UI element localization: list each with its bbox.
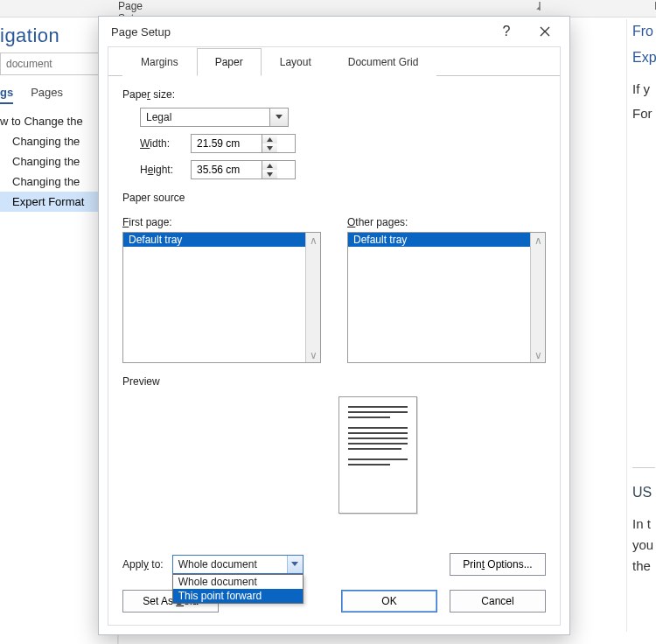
doc-line: the — [632, 556, 656, 577]
tab-document-grid[interactable]: Document Grid — [330, 48, 437, 76]
ok-button[interactable]: OK — [341, 590, 437, 612]
help-button[interactable]: ? — [487, 19, 526, 44]
preview-label: Preview — [122, 375, 546, 388]
scrollbar[interactable]: ∧ ∨ — [530, 233, 545, 362]
paper-size-value: Legal — [141, 111, 269, 123]
close-icon — [540, 26, 550, 37]
dialog-tabstrip: Margins Paper Layout Document Grid — [108, 47, 560, 76]
close-button[interactable] — [526, 19, 564, 44]
width-label: Width: — [140, 137, 184, 150]
preview-document-icon — [338, 396, 417, 514]
list-item[interactable]: Default tray — [348, 233, 530, 247]
spin-up-icon[interactable] — [262, 161, 277, 170]
dropdown-option[interactable]: Whole document — [173, 575, 303, 589]
doc-line: you — [632, 535, 656, 556]
doc-line: For — [632, 102, 656, 126]
separator — [632, 467, 655, 468]
dialog-launcher-icon[interactable] — [539, 2, 541, 10]
first-page-label: First page: — [122, 216, 321, 228]
doc-line: If y — [632, 77, 656, 102]
dialog-titlebar[interactable]: Page Setup ? — [99, 17, 569, 46]
nav-tab-pages[interactable]: Pages — [31, 86, 63, 104]
other-pages-label: Other pages: — [347, 216, 546, 228]
spin-down-icon[interactable] — [262, 144, 277, 152]
width-spinbox[interactable] — [191, 134, 296, 153]
paper-size-combobox[interactable]: Legal — [140, 108, 289, 127]
scroll-down-icon[interactable]: ∨ — [531, 347, 545, 362]
paper-source-label: Paper source — [122, 192, 546, 204]
spin-down-icon[interactable] — [262, 170, 277, 178]
scroll-up-icon[interactable]: ∧ — [531, 233, 545, 248]
cancel-button[interactable]: Cancel — [450, 590, 546, 612]
apply-to-combobox[interactable]: Whole document Whole documentThis point … — [172, 555, 304, 574]
height-spinbox[interactable] — [191, 160, 296, 179]
scroll-up-icon[interactable]: ∧ — [306, 233, 320, 248]
ribbon-strip: Page Setup Paragraph — [0, 0, 656, 18]
scrollbar[interactable]: ∧ ∨ — [305, 233, 320, 362]
nav-tab-headings[interactable]: gs — [0, 86, 13, 104]
other-pages-listbox[interactable]: Default tray ∧ ∨ — [347, 232, 546, 363]
doc-line: Exp — [632, 46, 656, 70]
apply-to-label: Apply to: — [122, 558, 164, 570]
apply-to-dropdown-list[interactable]: Whole documentThis point forward — [172, 574, 304, 604]
print-options-button[interactable]: Print Options... — [450, 553, 546, 576]
doc-line: Fro — [632, 19, 656, 44]
tab-margins[interactable]: Margins — [122, 48, 197, 76]
scroll-down-icon[interactable]: ∨ — [306, 347, 320, 362]
chevron-down-icon[interactable] — [287, 556, 303, 573]
document-text-fragment: Fro Exp If y For US In t you the — [626, 19, 656, 632]
first-page-listbox[interactable]: Default tray ∧ ∨ — [122, 232, 321, 363]
tab-layout[interactable]: Layout — [262, 48, 330, 76]
dialog-body: Margins Paper Layout Document Grid Paper… — [108, 46, 561, 626]
tab-paper[interactable]: Paper — [197, 48, 262, 76]
height-label: Height: — [140, 164, 184, 176]
chevron-down-icon[interactable] — [269, 108, 289, 127]
list-item[interactable]: Default tray — [123, 233, 305, 247]
doc-line: US — [632, 480, 656, 505]
search-placeholder: document — [6, 58, 52, 70]
height-input[interactable] — [192, 161, 262, 178]
spin-up-icon[interactable] — [262, 135, 277, 144]
paper-size-label: Paper size: — [122, 88, 546, 101]
doc-line: In t — [632, 514, 656, 535]
dropdown-option[interactable]: This point forward — [173, 589, 303, 603]
page-setup-dialog: Page Setup ? Margins Paper Layout Docume… — [98, 16, 570, 635]
dialog-title: Page Setup — [111, 25, 487, 38]
apply-to-value: Whole document — [173, 558, 287, 570]
width-input[interactable] — [192, 135, 262, 152]
